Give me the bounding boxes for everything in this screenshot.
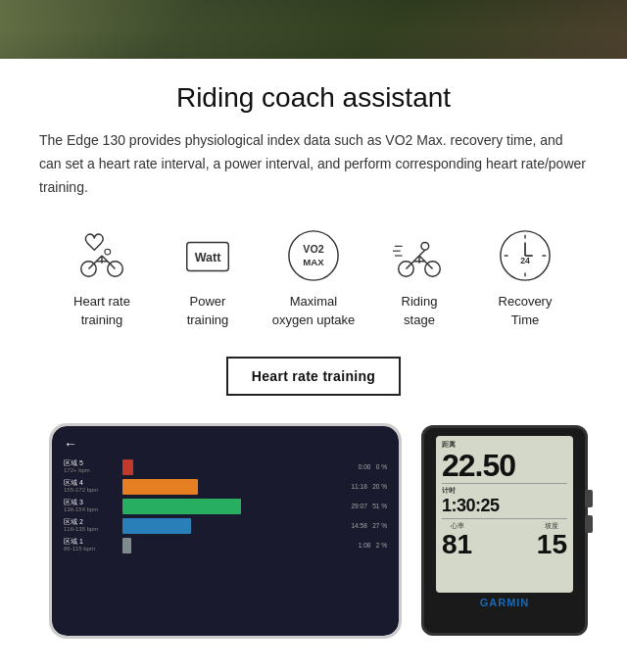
hr-value: 81 [442,531,472,558]
watt-box-icon: Watt [178,226,237,285]
chart-row-zone5: 区域 5 172+ bpm 0:00 0 % [64,459,387,475]
chart-row-zone1: 区域 1 86-115 bpm 1:08 2 % [64,538,387,553]
distance-value: 22.50 [442,450,567,481]
heart-bike-icon [72,226,131,285]
phone-mockup: ← 区域 5 172+ bpm 0:00 0 % [49,423,402,639]
phone-header: ← [60,434,391,457]
bottom-metrics-row: 心率 81 坡度 15 [442,521,567,558]
description: The Edge 130 provides physiological inde… [39,129,588,199]
devices-row: ← 区域 5 172+ bpm 0:00 0 % [39,423,588,639]
time-value: 1:30:25 [442,496,500,516]
gps-button-bottom[interactable] [585,515,593,533]
chart-row-zone4: 区域 4 155-172 bpm 11:18 20 % [64,479,387,495]
gps-device: 距离 22.50 计时 1:30:25 心率 81 [421,425,588,636]
recovery-label: RecoveryTime [499,293,553,328]
bike-rider-icon [390,226,449,285]
svg-line-19 [419,251,425,257]
svg-text:Watt: Watt [195,251,222,264]
gps-side-buttons [585,490,593,533]
phone-screen: ← 区域 5 172+ bpm 0:00 0 % [52,426,399,636]
svg-text:MAX: MAX [303,257,324,267]
power-label: Powertraining [187,293,229,328]
svg-point-18 [421,243,429,251]
divider-2 [442,518,567,519]
hero-banner [0,0,627,59]
svg-text:VO2: VO2 [303,243,323,255]
feature-recovery: 24 RecoveryTime [476,226,574,328]
time-label: 计时 [442,486,500,496]
cta-container: Heart rate training [39,357,588,396]
svg-text:24: 24 [520,256,530,265]
feature-heart-rate: Heart ratetraining [53,226,151,328]
divider-1 [442,483,567,484]
svg-point-6 [105,250,111,256]
feature-vo2max: VO2 MAX Maximaloxygen uptake [265,226,362,328]
gps-screen: 距离 22.50 计时 1:30:25 心率 81 [436,436,573,593]
cadence-value: 15 [537,531,567,558]
heart-rate-training-button[interactable]: Heart rate training [226,357,401,396]
content-area: Riding coach assistant The Edge 130 prov… [0,59,627,668]
gps-button-top[interactable] [585,490,593,507]
clock-24-icon: 24 [496,226,555,285]
cadence-block: 坡度 15 [537,521,567,558]
garmin-brand: GARMIN [480,597,530,608]
back-arrow-icon[interactable]: ← [64,436,77,452]
page-title: Riding coach assistant [39,82,588,114]
feature-power: Watt Powertraining [159,226,257,328]
chart-row-zone3: 区域 3 136-154 bpm 29:07 51 % [64,499,387,514]
feature-riding-stage: Ridingstage [370,226,468,328]
vo2-circle-icon: VO2 MAX [284,226,343,285]
riding-stage-label: Ridingstage [402,293,438,328]
features-row: Heart ratetraining Watt Powertraining VO… [39,226,588,328]
chart-area: 区域 5 172+ bpm 0:00 0 % 区域 4 155-172 bpm [60,457,391,628]
hr-block: 心率 81 [442,521,472,558]
chart-row-zone2: 区域 2 116-135 bpm 14:58 27 % [64,518,387,534]
heart-rate-label: Heart ratetraining [73,293,130,328]
vo2max-label: Maximaloxygen uptake [272,293,356,328]
